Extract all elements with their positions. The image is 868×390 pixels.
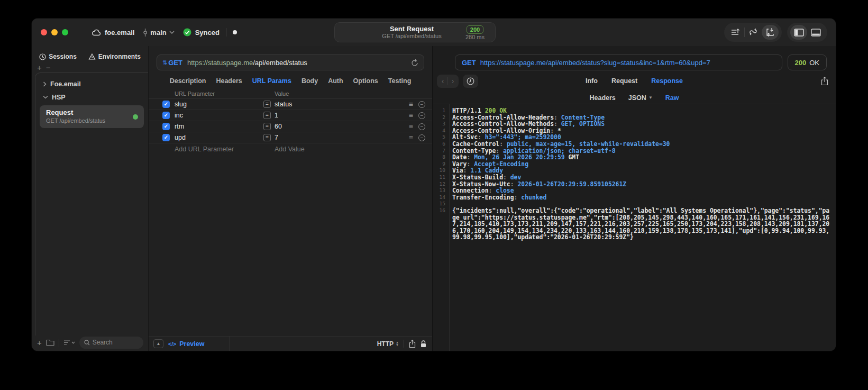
tab-options[interactable]: Options: [353, 77, 378, 85]
preview-label: Preview: [179, 340, 204, 348]
add-param-row[interactable]: Add URL Parameter Add Value: [149, 143, 432, 155]
lock-icon[interactable]: [421, 340, 426, 348]
param-value-input[interactable]: status: [275, 101, 292, 108]
sent-request-url[interactable]: GET https://statuspage.me/api/embed/stat…: [455, 55, 782, 70]
param-checkbox[interactable]: ✓: [162, 101, 170, 108]
share-icon[interactable]: [409, 340, 416, 348]
request-url-bar[interactable]: ⇅ GET https://statuspage.me /api/embed/s…: [157, 55, 424, 70]
history-icon: [39, 53, 46, 60]
response-tab-info[interactable]: Info: [586, 77, 598, 85]
response-tab-request[interactable]: Request: [611, 77, 637, 85]
remove-row-icon[interactable]: −: [418, 112, 425, 119]
tab-headers[interactable]: Headers: [216, 77, 242, 85]
response-body[interactable]: 1HTTP/1.1 200 OK2Access-Control-Allow-He…: [433, 104, 836, 351]
request-summary-pill[interactable]: Sent Request GET /api/embed/status 200 2…: [334, 22, 496, 42]
request-method[interactable]: GET: [168, 59, 182, 67]
expand-panel-button[interactable]: ▲: [153, 339, 163, 348]
add-param-value-placeholder[interactable]: Add Value: [275, 146, 305, 153]
sent-method: GET: [462, 59, 476, 67]
tab-sessions[interactable]: Sessions: [39, 53, 77, 60]
toggle-sidebar-button[interactable]: [790, 25, 807, 40]
close-window-button[interactable]: [41, 29, 47, 35]
toolbar-group-left: [724, 23, 782, 42]
sidebar-left-icon: [794, 29, 804, 37]
param-checkbox[interactable]: ✓: [162, 134, 170, 141]
remove-row-icon[interactable]: −: [418, 101, 425, 108]
row-menu-icon[interactable]: ≡: [409, 133, 413, 142]
param-value-input[interactable]: 60: [275, 123, 282, 130]
synced-check-icon: [183, 28, 191, 37]
chevron-right-icon: [43, 81, 47, 87]
method-stepper-icon[interactable]: ⇅: [162, 59, 167, 66]
param-value-input[interactable]: 1: [275, 112, 278, 119]
zoom-window-button[interactable]: [62, 29, 68, 35]
tab-testing[interactable]: Testing: [388, 77, 412, 85]
add-param-name-placeholder[interactable]: Add URL Parameter: [175, 146, 234, 153]
titlebar-divider: [226, 28, 226, 37]
response-nav-row: ‹ › InfoRequestResponse: [433, 70, 836, 92]
remove-row-icon[interactable]: −: [418, 134, 425, 141]
param-name-input[interactable]: rtm: [175, 123, 184, 130]
row-menu-icon[interactable]: ≡: [409, 100, 413, 108]
equals-icon: =: [263, 112, 271, 119]
add-session-button[interactable]: +: [37, 63, 46, 72]
row-menu-icon[interactable]: ≡: [409, 111, 413, 120]
branch-menu[interactable]: main: [143, 29, 174, 37]
tab-environments[interactable]: Environments: [88, 53, 141, 60]
response-line: 14Transfer-Encoding: chunked: [433, 194, 836, 201]
equals-icon: =: [263, 123, 271, 130]
response-subtab-raw[interactable]: Raw: [665, 94, 679, 102]
sidebar-add-remove: +−: [37, 63, 55, 72]
request-duration: 280 ms: [460, 34, 490, 41]
sync-branches-button[interactable]: [745, 25, 762, 40]
tab-description[interactable]: Description: [170, 77, 206, 85]
param-name-input[interactable]: inc: [175, 112, 183, 119]
new-folder-button[interactable]: [46, 339, 54, 346]
list-up-arrow-icon: [731, 28, 741, 37]
reload-icon[interactable]: [411, 59, 418, 67]
param-row-rtm: ✓rtm=60≡−: [149, 121, 432, 132]
sort-filter-button[interactable]: [63, 340, 75, 346]
sync-status[interactable]: Synced: [183, 28, 220, 37]
new-request-button[interactable]: +: [37, 339, 42, 347]
preview-button[interactable]: </> Preview: [168, 340, 204, 348]
request-url-host[interactable]: https://statuspage.me: [187, 59, 253, 67]
param-checkbox[interactable]: ✓: [162, 112, 170, 119]
import-export-button[interactable]: [762, 25, 779, 40]
minimize-window-button[interactable]: [51, 29, 58, 35]
response-subtab-headers[interactable]: Headers: [589, 94, 615, 102]
remove-row-icon[interactable]: −: [418, 123, 425, 130]
request-url-path[interactable]: /api/embed/status: [253, 59, 307, 67]
request-editor-panel: ⇅ GET https://statuspage.me /api/embed/s…: [149, 46, 433, 351]
tab-body[interactable]: Body: [301, 77, 318, 85]
url-params-table: URL Parameter Value ✓slug=status≡−✓inc=1…: [149, 91, 432, 155]
param-row-inc: ✓inc=1≡−: [149, 110, 432, 121]
param-checkbox[interactable]: ✓: [162, 123, 170, 130]
toggle-bottom-panel-button[interactable]: [807, 25, 824, 40]
search-icon: [84, 340, 90, 346]
protocol-label: HTTP: [377, 340, 394, 348]
param-name-input[interactable]: upd: [175, 134, 186, 141]
param-value-input[interactable]: 7: [275, 134, 278, 141]
tab-url-params[interactable]: URL Params: [252, 77, 291, 85]
response-subtab-json[interactable]: JSON▼: [628, 94, 653, 102]
project-menu[interactable]: foe.email: [92, 29, 134, 37]
remove-session-button[interactable]: −: [46, 63, 55, 72]
bottom-panel-icon: [811, 29, 821, 37]
response-tab-response[interactable]: Response: [651, 77, 683, 85]
response-status-text: OK: [809, 59, 819, 67]
sent-url: https://statuspage.me/api/embed/status?s…: [480, 59, 710, 67]
sidebar-search[interactable]: [79, 337, 143, 349]
tree-item-foe-email[interactable]: Foe.email: [35, 77, 148, 90]
param-name-input[interactable]: slug: [175, 101, 187, 108]
project-name: foe.email: [105, 29, 134, 37]
search-input[interactable]: [93, 339, 139, 346]
requests-list-button[interactable]: [727, 25, 744, 40]
sync-branches-icon: [748, 28, 758, 37]
tree-item-hsp[interactable]: HSP: [35, 90, 148, 104]
branch-name: main: [150, 29, 166, 37]
tab-auth[interactable]: Auth: [328, 77, 343, 85]
row-menu-icon[interactable]: ≡: [409, 122, 413, 131]
protocol-selector[interactable]: HTTP ▲▼: [377, 340, 399, 348]
request-list-item[interactable]: Request GET /api/embed/status: [40, 105, 144, 128]
